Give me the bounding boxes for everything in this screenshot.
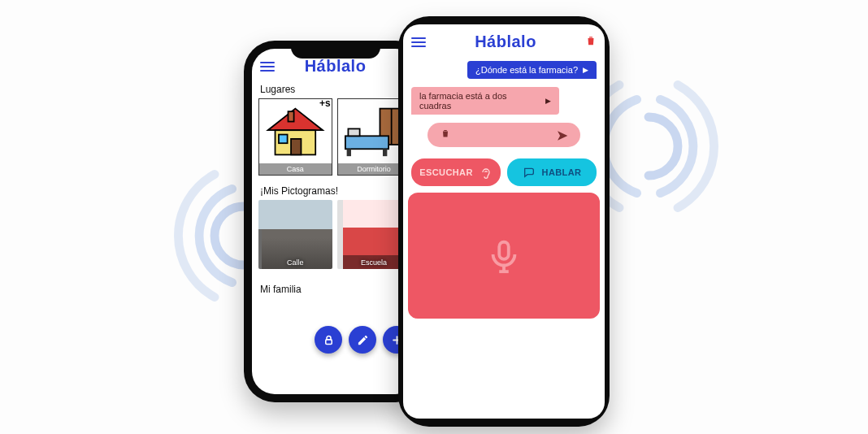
mic-panel[interactable] [408, 193, 600, 319]
section-places-title: Lugares [252, 80, 419, 98]
chat-text: ¿Dónde está la farmacia? [475, 65, 578, 75]
app-title: Háblalo [305, 57, 367, 76]
delete-button[interactable] [585, 34, 597, 50]
listen-label: ESCUCHAR [419, 167, 473, 177]
section-pictograms-title: ¡Mis Pictogramas! [252, 182, 419, 200]
svg-rect-9 [346, 149, 350, 156]
photo-card-calle[interactable]: Calle [258, 200, 332, 269]
picto-caption: Casa [259, 163, 332, 175]
listen-button[interactable]: ESCUCHAR [411, 158, 501, 186]
speech-icon [523, 166, 536, 179]
send-icon[interactable]: ➤ [557, 128, 567, 143]
svg-marker-0 [268, 109, 323, 131]
svg-rect-8 [348, 128, 359, 136]
talk-button[interactable]: HABLAR [507, 158, 597, 186]
trash-icon[interactable] [441, 128, 450, 142]
fab-edit[interactable] [349, 326, 376, 354]
menu-button[interactable] [260, 62, 275, 72]
svg-rect-4 [288, 111, 293, 121]
picto-card-casa[interactable]: +s Casa [258, 98, 332, 176]
microphone-icon [485, 237, 523, 275]
fab-lock[interactable] [315, 326, 342, 354]
ear-icon [480, 166, 493, 179]
svg-rect-7 [345, 136, 388, 149]
photo-caption: Calle [258, 258, 332, 269]
talk-label: HABLAR [542, 167, 582, 177]
svg-rect-10 [383, 149, 387, 156]
svg-rect-14 [499, 241, 509, 258]
play-icon: ▶ [583, 66, 588, 74]
svg-rect-11 [325, 339, 332, 344]
section-family-title: Mi familia [252, 280, 419, 298]
add-badge: +s [317, 98, 332, 109]
svg-rect-3 [279, 135, 288, 144]
chat-bubble-sent[interactable]: ¿Dónde está la farmacia? ▶ [467, 61, 597, 79]
chat-text: la farmacia está a dos cuadras [419, 91, 540, 111]
menu-button[interactable] [411, 37, 426, 47]
svg-rect-2 [291, 139, 301, 155]
app-title: Háblalo [475, 33, 536, 51]
phone-right: Háblalo ¿Dónde está la farmacia? ▶ la fa… [398, 16, 610, 427]
play-icon: ▶ [545, 97, 551, 105]
chat-bubble-recv[interactable]: la farmacia está a dos cuadras ▶ [411, 87, 559, 115]
compose-bar[interactable]: ➤ [427, 123, 580, 147]
